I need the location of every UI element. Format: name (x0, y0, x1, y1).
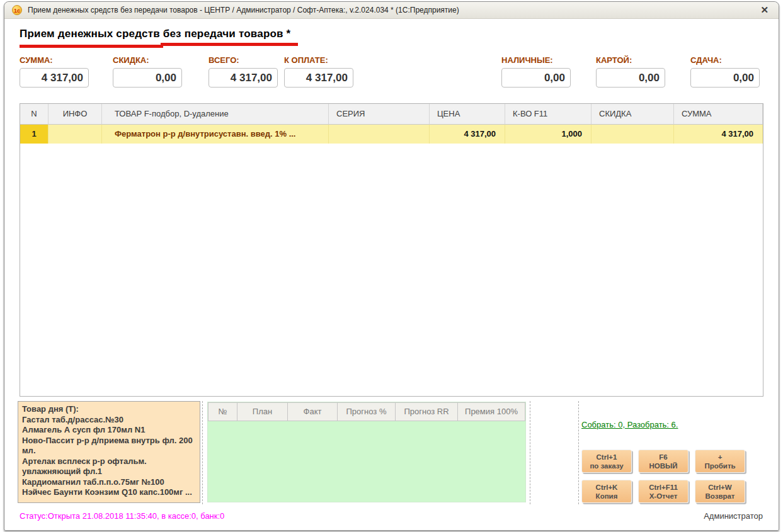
splitter-handle[interactable] (202, 401, 203, 504)
button-label: НОВЫЙ (649, 461, 677, 470)
current-user: Администратор (704, 511, 763, 521)
plan-table: № План Факт Прогноз % Прогноз RR Премия … (207, 402, 526, 502)
cell-info[interactable] (49, 125, 102, 144)
table-row[interactable]: 1 Ферматрон р-р д/внутрисуставн. введ. 1… (20, 125, 763, 144)
probit-button[interactable]: + Пробить (695, 450, 745, 473)
product-line: Алмагель А сусп фл 170мл N1 (22, 425, 196, 436)
novyj-button[interactable]: F6 НОВЫЙ (638, 450, 689, 473)
product-of-day-panel: Товар дня (Т): Гастал таб.д/рассас.№30 А… (18, 401, 200, 503)
cell-summa[interactable]: 4 317,00 (674, 125, 763, 144)
title-underline (161, 43, 298, 46)
title-underline (20, 45, 163, 48)
button-label: Возврат (705, 492, 734, 501)
button-label: по заказу (590, 461, 623, 470)
col-seriya: СЕРИЯ (329, 104, 430, 125)
vsego-input[interactable]: 4 317,00 (209, 68, 278, 88)
skidka-label: СКИДКА: (113, 55, 182, 65)
product-line: Артелак всплеск р-р офтальм. увлажняющий… (22, 456, 196, 477)
button-shortcut: F6 (659, 453, 667, 461)
button-shortcut: Ctrl+K (596, 483, 618, 492)
sdacha-input[interactable]: 0,00 (690, 68, 760, 88)
plan-col-fakt: Факт (288, 402, 338, 421)
cell-n[interactable]: 1 (20, 125, 49, 144)
close-icon[interactable]: ✕ (758, 4, 771, 16)
plan-col-premiya: Премия 100% (458, 402, 525, 421)
1c-logo-icon: 1с (12, 5, 22, 15)
k-oplate-label: К ОПЛАТЕ: (284, 55, 353, 65)
cell-cena[interactable]: 4 317,00 (430, 125, 505, 144)
page-title: Прием денежных средств без передачи това… (20, 28, 290, 40)
sdacha-label: СДАЧА: (690, 55, 760, 65)
skidka-input[interactable]: 0,00 (113, 68, 182, 88)
button-shortcut: Ctrl+W (708, 483, 731, 492)
col-n: N (20, 104, 49, 125)
nalichnye-input[interactable]: 0,00 (501, 68, 571, 88)
col-summa: СУММА (674, 104, 763, 125)
nalichnye-label: НАЛИЧНЫЕ: (501, 55, 571, 65)
button-shortcut: Ctrl+F11 (649, 483, 678, 492)
button-label: X-Отчет (649, 492, 678, 501)
cell-tovar[interactable]: Ферматрон р-р д/внутрисуставн. введ. 1% … (102, 125, 329, 144)
cell-skidka[interactable] (592, 125, 674, 144)
app-window: 1с Прием денежных средств без передачи т… (4, 1, 779, 531)
button-shortcut: + (718, 453, 723, 461)
button-shortcut: Ctrl+1 (597, 453, 617, 461)
field-nalichnye: НАЛИЧНЫЕ: 0,00 (501, 55, 571, 88)
product-line: Ново-Пассит р-р д/приема внутрь фл. 200 … (22, 436, 196, 456)
button-label: Пробить (704, 461, 735, 470)
col-cena: ЦЕНА (430, 104, 505, 125)
po-zakazu-button[interactable]: Ctrl+1 по заказу (581, 450, 632, 473)
field-summa: СУММА: 4 317,00 (20, 55, 89, 88)
cell-seriya[interactable] (329, 125, 430, 144)
field-k-oplate: К ОПЛАТЕ: 4 317,00 (284, 55, 353, 88)
vsego-label: ВСЕГО: (209, 55, 278, 65)
product-line: Кардиомагнил таб.п.п.о.75мг №100 (22, 477, 196, 488)
col-info: ИНФО (49, 104, 102, 125)
field-kartoj: КАРТОЙ: 0,00 (596, 55, 665, 88)
kartoj-label: КАРТОЙ: (596, 55, 665, 65)
items-table-header: N ИНФО ТОВАР F-подбор, D-удаление СЕРИЯ … (20, 104, 763, 125)
collect-disassemble-link[interactable]: Собрать: 0, Разобрать: 6. (581, 420, 678, 429)
col-skidka: СКИДКА (592, 104, 674, 125)
product-of-day-title: Товар дня (Т): (22, 404, 196, 415)
form-content: Прием денежных средств без передачи това… (5, 20, 779, 531)
product-line: Гастал таб.д/рассас.№30 (22, 415, 196, 426)
plan-col-num: № (208, 402, 237, 421)
cell-kvo[interactable]: 1,000 (505, 125, 592, 144)
k-oplate-input[interactable]: 4 317,00 (284, 68, 353, 88)
summa-label: СУММА: (20, 55, 89, 65)
summa-input[interactable]: 4 317,00 (20, 68, 89, 88)
items-table: N ИНФО ТОВАР F-подбор, D-удаление СЕРИЯ … (20, 103, 763, 397)
plan-table-body (208, 421, 525, 502)
product-line: Нэйчес Баунти Коэнзим Q10 капс.100мг ... (22, 487, 196, 498)
kopiya-button[interactable]: Ctrl+K Копия (581, 480, 632, 503)
field-skidka: СКИДКА: 0,00 (113, 55, 182, 88)
kartoj-input[interactable]: 0,00 (596, 68, 665, 88)
status-text: Статус:Открыта 21.08.2018 11:35:40, в ка… (20, 511, 224, 521)
splitter-handle[interactable] (578, 401, 579, 504)
field-sdacha: СДАЧА: 0,00 (690, 55, 760, 88)
title-bar: 1с Прием денежных средств без передачи т… (4, 2, 779, 19)
x-otchet-button[interactable]: Ctrl+F11 X-Отчет (638, 480, 689, 503)
plan-col-prognoz-rr: Прогноз RR (396, 402, 458, 421)
vozvrat-button[interactable]: Ctrl+W Возврат (695, 480, 745, 503)
field-vsego: ВСЕГО: 4 317,00 (209, 55, 278, 88)
plan-col-plan: План (237, 402, 288, 421)
window-title: Прием денежных средств без передачи това… (28, 6, 459, 14)
plan-col-prognoz: Прогноз % (338, 402, 396, 421)
button-label: Копия (596, 492, 618, 501)
plan-table-header: № План Факт Прогноз % Прогноз RR Премия … (208, 402, 525, 421)
col-tovar: ТОВАР F-подбор, D-удаление (102, 104, 329, 125)
col-kvo: К-ВО F11 (505, 104, 592, 125)
splitter-handle[interactable] (530, 401, 530, 504)
